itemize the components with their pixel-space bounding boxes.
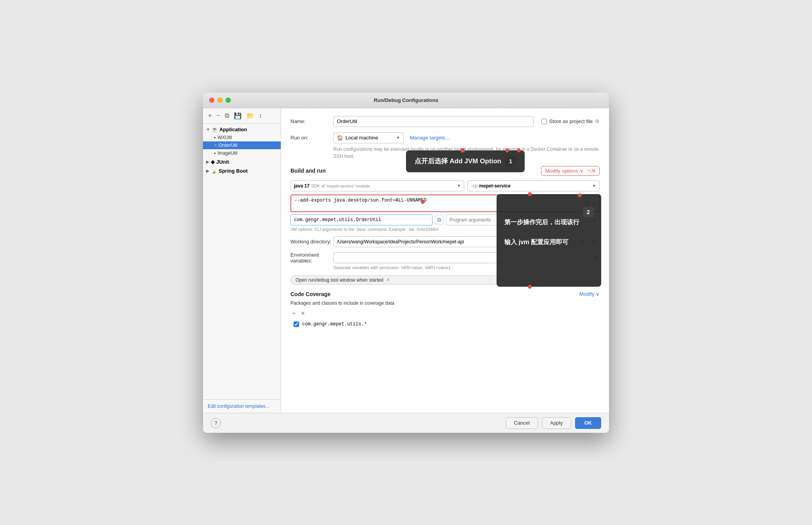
run-on-value: Local machine bbox=[345, 135, 378, 141]
red-dot-main-class bbox=[421, 200, 425, 204]
store-as-project: Store as project file ⚙ bbox=[541, 118, 600, 124]
store-as-project-checkbox[interactable] bbox=[541, 119, 547, 124]
annotation-1-text: 点开后选择 Add JVM Option bbox=[415, 157, 501, 166]
home-icon: 🏠 bbox=[337, 135, 343, 141]
red-dot-callout1a bbox=[505, 148, 509, 152]
springboot-icon: 🍃 bbox=[211, 168, 217, 174]
build-run-title: Build and run bbox=[290, 168, 326, 174]
run-on-dropdown[interactable]: 🏠 Local machine ▼ bbox=[333, 132, 404, 143]
manage-targets-link[interactable]: Manage targets... bbox=[410, 135, 449, 141]
modify-options-label: Modify options bbox=[545, 168, 578, 174]
copy-config-button[interactable]: ⧉ bbox=[224, 111, 230, 120]
close-button[interactable] bbox=[209, 98, 214, 103]
group-springboot-arrow: ▶ bbox=[206, 169, 209, 173]
apply-button[interactable]: Apply bbox=[542, 417, 571, 429]
group-junit-header[interactable]: ▶ ◆ JUnit bbox=[203, 158, 281, 166]
group-application: ▼ ☕ Application ▪ WXUtil ✕ OrderUtil ▪ bbox=[203, 125, 281, 157]
code-coverage-title: Code Coverage bbox=[290, 291, 331, 297]
java-version-label: java 17 bbox=[294, 183, 310, 189]
gear-icon[interactable]: ⚙ bbox=[595, 118, 600, 124]
annotation-2-line2: 输入 jvm 配置应用即可 bbox=[504, 238, 579, 247]
cp-dropdown-arrow-icon: ▼ bbox=[592, 184, 596, 188]
java-dropdown-arrow-icon: ▼ bbox=[457, 184, 461, 188]
run-on-label: Run on: bbox=[290, 135, 333, 141]
imageutil-label: ImageUtil bbox=[217, 150, 237, 156]
run-on-arrow-icon: ▼ bbox=[396, 136, 400, 140]
titlebar: Run/Debug Configurations bbox=[203, 93, 609, 108]
open-tool-window-close-icon[interactable]: ✕ bbox=[386, 277, 390, 282]
cp-value: mepet-service bbox=[479, 183, 511, 189]
traffic-lights bbox=[209, 98, 231, 103]
red-dot-1 bbox=[578, 193, 582, 197]
orderutil-label: OrderUtil bbox=[219, 143, 237, 148]
modify-options-dropdown-icon: ∨ bbox=[580, 168, 584, 174]
annotation-2-line1: 第一步操作完后，出现该行 bbox=[504, 218, 579, 227]
help-button[interactable]: ? bbox=[211, 418, 221, 428]
group-springboot-header[interactable]: ▶ 🍃 Spring Boot bbox=[203, 167, 281, 175]
red-dot-callout1b bbox=[517, 148, 521, 152]
main-panel: Name: Store as project file ⚙ Run on: 🏠 … bbox=[281, 108, 609, 413]
sidebar-item-imageutil[interactable]: ▪ ImageUtil bbox=[203, 149, 281, 157]
group-junit: ▶ ◆ JUnit bbox=[203, 158, 281, 166]
bottom-actions: Cancel Apply OK bbox=[506, 417, 602, 429]
coverage-remove-btn[interactable]: − bbox=[290, 309, 297, 318]
remove-config-button[interactable]: − bbox=[215, 111, 221, 120]
modify-options-button[interactable]: Modify options ∨ ⌥M bbox=[541, 166, 600, 176]
wxutil-icon: ▪ bbox=[214, 135, 215, 140]
group-application-header[interactable]: ▼ ☕ Application bbox=[203, 125, 281, 134]
run-debug-configurations-window: Run/Debug Configurations + − ⧉ 💾 📁 ↕ ▼ ☕… bbox=[203, 93, 609, 433]
minimize-button[interactable] bbox=[217, 98, 223, 103]
cp-dropdown[interactable]: -cp mepet-service ▼ bbox=[467, 180, 600, 191]
sidebar-toolbar: + − ⧉ 💾 📁 ↕ bbox=[203, 108, 281, 124]
ok-button[interactable]: OK bbox=[575, 417, 602, 429]
annotation-callout-2: 第一步操作完后，出现该行 输入 jvm 配置应用即可 2 bbox=[497, 194, 601, 287]
coverage-toolbar: − + bbox=[290, 309, 600, 318]
coverage-header: Code Coverage Modify ∨ bbox=[290, 291, 600, 297]
name-input[interactable] bbox=[333, 116, 534, 127]
annotation-callout-1: 点开后选择 Add JVM Option 1 bbox=[406, 150, 525, 172]
store-as-project-label: Store as project file bbox=[549, 118, 593, 124]
java-version-dropdown[interactable]: java 17 SDK of 'mepet-service' module ▼ bbox=[290, 180, 464, 191]
cancel-button[interactable]: Cancel bbox=[506, 417, 538, 429]
callout-number-2: 2 bbox=[583, 207, 593, 217]
group-junit-arrow: ▶ bbox=[206, 160, 209, 164]
imageutil-icon: ▪ bbox=[214, 150, 215, 156]
junit-icon: ◆ bbox=[211, 159, 215, 165]
coverage-item-label: com.gengr.mepet.utils.* bbox=[302, 321, 367, 327]
code-coverage-section: Code Coverage Modify ∨ Packages and clas… bbox=[290, 291, 600, 329]
window-title: Run/Debug Configurations bbox=[374, 97, 438, 103]
group-application-label: Application bbox=[219, 127, 247, 132]
orderutil-error-icon: ✕ bbox=[214, 143, 217, 147]
group-junit-label: JUnit bbox=[216, 159, 229, 165]
name-row: Name: Store as project file ⚙ bbox=[290, 116, 600, 127]
folder-config-button[interactable]: 📁 bbox=[245, 111, 255, 120]
sort-config-button[interactable]: ↕ bbox=[258, 111, 263, 120]
callout-number-1: 1 bbox=[505, 156, 516, 167]
open-tool-window-label: Open run/debug tool window when started bbox=[296, 277, 383, 283]
coverage-description: Packages and classes to include in cover… bbox=[290, 300, 600, 306]
edit-templates-link[interactable]: Edit configuration templates... bbox=[203, 399, 281, 413]
main-class-input[interactable] bbox=[290, 214, 433, 225]
java-sdk-desc: SDK of 'mepet-service' module bbox=[311, 184, 370, 188]
save-config-button[interactable]: 💾 bbox=[233, 111, 243, 120]
sidebar-item-orderutil[interactable]: ✕ OrderUtil bbox=[203, 141, 281, 149]
sidebar-item-wxutil[interactable]: ▪ WXUtil bbox=[203, 134, 281, 141]
group-springboot: ▶ 🍃 Spring Boot bbox=[203, 167, 281, 175]
maximize-button[interactable] bbox=[226, 98, 231, 103]
application-icon: ☕ bbox=[212, 127, 218, 132]
coverage-item-checkbox[interactable] bbox=[294, 321, 299, 327]
bottom-bar: ? Cancel Apply OK bbox=[203, 413, 609, 433]
run-on-row: Run on: 🏠 Local machine ▼ Manage targets… bbox=[290, 132, 600, 143]
cp-label: -cp bbox=[471, 183, 477, 189]
group-springboot-label: Spring Boot bbox=[219, 168, 248, 174]
group-application-arrow: ▼ bbox=[206, 127, 210, 132]
env-vars-label: Environment variables: bbox=[290, 252, 333, 264]
sidebar-tree: ▼ ☕ Application ▪ WXUtil ✕ OrderUtil ▪ bbox=[203, 124, 281, 399]
add-config-button[interactable]: + bbox=[207, 111, 213, 120]
wxutil-label: WXUtil bbox=[217, 135, 232, 140]
main-class-copy-icon[interactable]: ⧉ bbox=[435, 215, 443, 225]
content-area: + − ⧉ 💾 📁 ↕ ▼ ☕ Application ▪ WXU bbox=[203, 108, 609, 413]
coverage-add-btn[interactable]: + bbox=[299, 309, 306, 318]
coverage-modify-link[interactable]: Modify ∨ bbox=[579, 291, 600, 297]
red-dot-callout2b bbox=[528, 285, 532, 289]
